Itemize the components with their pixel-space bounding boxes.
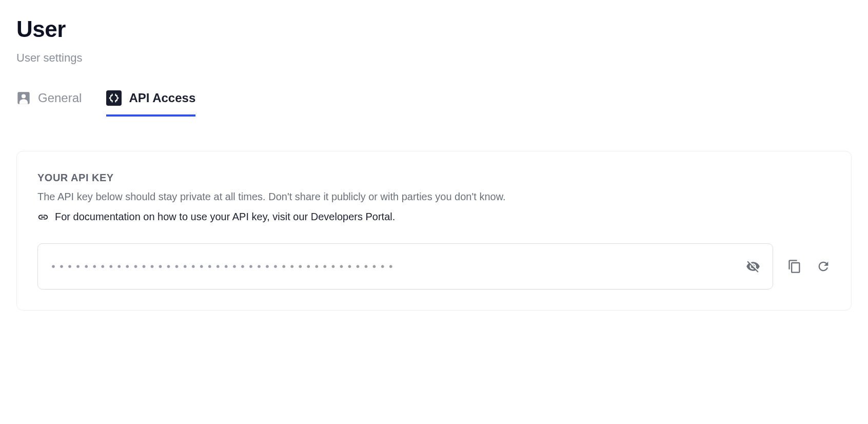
tabs: General API Access [16, 90, 852, 115]
tab-api-access[interactable]: API Access [106, 90, 195, 115]
api-key-input[interactable] [50, 260, 746, 273]
api-key-input-wrapper [37, 243, 773, 290]
api-icon [106, 90, 122, 106]
link-icon [37, 211, 49, 223]
page-title: User [16, 16, 852, 42]
docs-link[interactable]: For documentation on how to use your API… [37, 211, 831, 223]
api-key-row [37, 243, 831, 290]
tab-general-label: General [38, 91, 82, 105]
section-description: The API key below should stay private at… [37, 191, 831, 203]
tab-api-access-label: API Access [129, 91, 195, 105]
svg-point-1 [22, 94, 26, 98]
refresh-icon[interactable] [816, 259, 831, 274]
page-subtitle: User settings [16, 51, 852, 65]
api-key-card: YOUR API KEY The API key below should st… [16, 151, 852, 311]
section-title: YOUR API KEY [37, 172, 831, 184]
docs-link-text: For documentation on how to use your API… [55, 211, 395, 223]
copy-icon[interactable] [787, 259, 802, 274]
user-icon [16, 91, 31, 105]
tab-general[interactable]: General [16, 90, 82, 115]
visibility-off-icon[interactable] [746, 259, 760, 274]
